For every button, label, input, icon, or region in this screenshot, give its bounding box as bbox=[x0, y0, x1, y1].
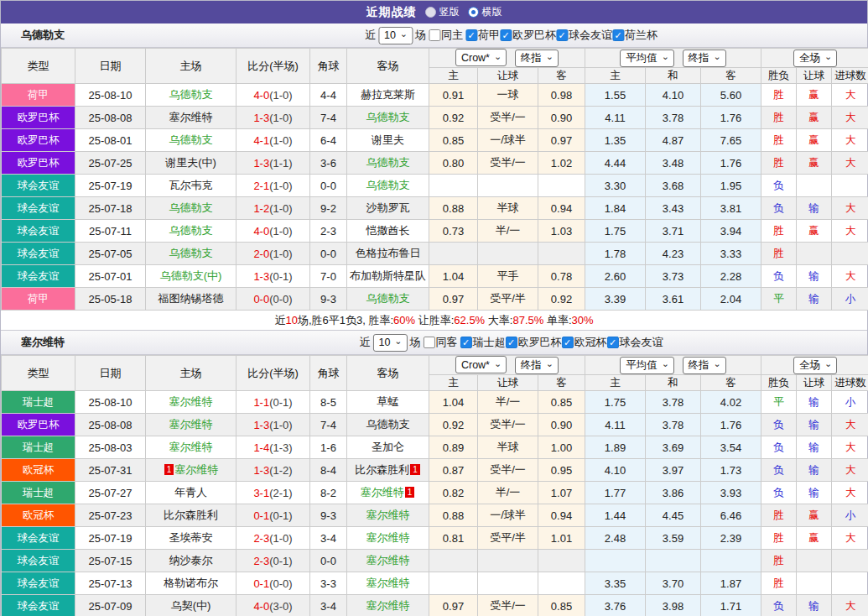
team-link[interactable]: 塞尔维特 bbox=[169, 418, 213, 431]
league-filter[interactable]: ✓欧冠杯 bbox=[562, 335, 607, 350]
team-link[interactable]: 塞尔维特 bbox=[366, 509, 410, 521]
league-filter[interactable]: ✓荷兰杯 bbox=[612, 28, 657, 43]
home-team[interactable]: 瓦尔韦克 bbox=[146, 175, 236, 197]
bookmaker-select[interactable]: Crow*⌄ bbox=[455, 49, 507, 66]
team-link[interactable]: 塞尔维特 bbox=[366, 599, 410, 612]
away-team[interactable]: 乌德勒支 bbox=[347, 414, 429, 436]
team-link[interactable]: 草蜢 bbox=[377, 395, 399, 408]
away-team[interactable]: 塞尔维特 bbox=[347, 504, 429, 527]
team-link[interactable]: 纳沙泰尔 bbox=[169, 554, 213, 566]
home-team[interactable]: 塞尔维特 bbox=[146, 414, 236, 436]
odds-time-select[interactable]: 终指⌄ bbox=[515, 357, 559, 374]
checkbox-icon[interactable]: ✓ bbox=[562, 337, 574, 348]
view-option-vertical[interactable]: 竖版 bbox=[425, 5, 460, 19]
team-link[interactable]: 乌德勒支 bbox=[169, 88, 213, 101]
away-team[interactable]: 草蜢 bbox=[347, 391, 429, 414]
team-link[interactable]: 沙勒罗瓦 bbox=[366, 201, 410, 214]
away-team[interactable]: 色格拉布鲁日 bbox=[347, 243, 429, 265]
home-team[interactable]: 乌契(中) bbox=[146, 595, 236, 616]
team-link[interactable]: 塞尔维特 bbox=[169, 441, 213, 453]
team-link[interactable]: 塞尔维特 bbox=[174, 463, 218, 476]
home-team[interactable]: 格勒诺布尔 bbox=[146, 572, 236, 595]
recent-count-select[interactable]: 10 ⌄ bbox=[378, 27, 413, 44]
away-team[interactable]: 恺撒酋长 bbox=[347, 220, 429, 243]
team-link[interactable]: 年青人 bbox=[174, 486, 207, 499]
checkbox-icon[interactable]: ✓ bbox=[556, 29, 568, 41]
scope-select[interactable]: 全场⌄ bbox=[793, 50, 837, 67]
average-time-select[interactable]: 终指⌄ bbox=[683, 50, 726, 67]
team-link[interactable]: 乌德勒支 bbox=[366, 179, 410, 191]
home-team[interactable]: 圣埃蒂安 bbox=[146, 527, 236, 550]
away-team[interactable]: 比尔森胜利1 bbox=[347, 459, 429, 482]
team-link[interactable]: 乌德勒支 bbox=[366, 111, 410, 123]
radio-selected-icon[interactable] bbox=[468, 7, 479, 18]
league-filter[interactable]: ✓欧罗巴杯 bbox=[506, 335, 562, 350]
away-team[interactable]: 塞尔维特1 bbox=[347, 482, 429, 504]
average-time-select[interactable]: 终指⌄ bbox=[683, 357, 726, 374]
checkbox-icon[interactable]: ✓ bbox=[460, 337, 472, 348]
team-link[interactable]: 色格拉布鲁日 bbox=[356, 247, 421, 259]
checkbox-icon[interactable]: ✓ bbox=[465, 29, 477, 41]
home-team[interactable]: 乌德勒支 bbox=[146, 197, 236, 220]
team-link[interactable]: 塞尔维特 bbox=[361, 486, 404, 499]
same-venue-filter[interactable]: 同客 bbox=[424, 335, 458, 350]
average-select[interactable]: 平均值⌄ bbox=[620, 357, 674, 374]
away-team[interactable]: 塞尔维特 bbox=[347, 595, 429, 616]
league-filter[interactable]: ✓瑞士超 bbox=[460, 335, 506, 350]
home-team[interactable]: 乌德勒支 bbox=[146, 220, 236, 243]
checkbox-icon[interactable]: ✓ bbox=[500, 29, 512, 41]
team-link[interactable]: 圣加仑 bbox=[372, 441, 404, 453]
team-link[interactable]: 乌德勒支 bbox=[366, 418, 410, 431]
team-link[interactable]: 乌德勒支 bbox=[169, 247, 213, 259]
bookmaker-select[interactable]: Crow*⌄ bbox=[455, 356, 507, 373]
team-link[interactable]: 瓦尔韦克 bbox=[169, 179, 213, 191]
team-link[interactable]: 塞尔维特 bbox=[366, 531, 410, 544]
home-team[interactable]: 福图纳锡塔德 bbox=[146, 288, 236, 311]
home-team[interactable]: 年青人 bbox=[146, 482, 236, 504]
radio-icon[interactable] bbox=[425, 7, 436, 18]
home-team[interactable]: 比尔森胜利 bbox=[146, 504, 236, 527]
average-select[interactable]: 平均值⌄ bbox=[620, 50, 674, 67]
team-link[interactable]: 乌德勒支(中) bbox=[160, 269, 222, 282]
team-link[interactable]: 圣埃蒂安 bbox=[169, 531, 213, 544]
home-team[interactable]: 谢里夫(中) bbox=[146, 152, 236, 175]
league-filter[interactable]: ✓球会友谊 bbox=[556, 28, 612, 43]
checkbox-icon[interactable] bbox=[424, 337, 435, 348]
scope-select[interactable]: 全场⌄ bbox=[793, 357, 837, 374]
team-link[interactable]: 乌德勒支 bbox=[169, 201, 213, 214]
checkbox-icon[interactable]: ✓ bbox=[506, 337, 517, 348]
team-link[interactable]: 格勒诺布尔 bbox=[164, 577, 218, 589]
team-link[interactable]: 布加勒斯特星队 bbox=[350, 269, 426, 282]
team-link[interactable]: 塞尔维特 bbox=[169, 395, 213, 408]
team-link[interactable]: 乌德勒支 bbox=[366, 156, 410, 169]
team-link[interactable]: 乌德勒支 bbox=[169, 133, 213, 146]
home-team[interactable]: 塞尔维特 bbox=[146, 107, 236, 129]
odds-time-select[interactable]: 终指⌄ bbox=[515, 50, 559, 67]
home-team[interactable]: 乌德勒支 bbox=[146, 84, 236, 107]
team-link[interactable]: 谢里夫 bbox=[372, 133, 404, 146]
view-option-horizontal[interactable]: 横版 bbox=[468, 5, 502, 19]
away-team[interactable]: 沙勒罗瓦 bbox=[347, 197, 429, 220]
away-team[interactable]: 乌德勒支 bbox=[347, 107, 429, 129]
team-link[interactable]: 塞尔维特 bbox=[366, 554, 410, 566]
league-filter[interactable]: ✓荷甲 bbox=[465, 28, 500, 43]
team-link[interactable]: 乌德勒支 bbox=[366, 292, 410, 305]
checkbox-icon[interactable]: ✓ bbox=[612, 29, 624, 41]
team-link[interactable]: 塞尔维特 bbox=[366, 577, 410, 589]
away-team[interactable]: 塞尔维特 bbox=[347, 527, 429, 550]
league-filter[interactable]: ✓欧罗巴杯 bbox=[500, 28, 556, 43]
away-team[interactable]: 乌德勒支 bbox=[347, 288, 429, 311]
team-link[interactable]: 福图纳锡塔德 bbox=[159, 292, 224, 305]
home-team[interactable]: 乌德勒支 bbox=[146, 243, 236, 265]
team-link[interactable]: 乌德勒支 bbox=[169, 224, 213, 237]
team-link[interactable]: 塞尔维特 bbox=[169, 111, 213, 123]
away-team[interactable]: 赫拉克莱斯 bbox=[347, 84, 429, 107]
team-link[interactable]: 谢里夫(中) bbox=[165, 156, 216, 169]
team-link[interactable]: 比尔森胜利 bbox=[355, 463, 409, 476]
home-team[interactable]: 塞尔维特 bbox=[146, 391, 236, 414]
team-link[interactable]: 乌契(中) bbox=[171, 599, 211, 612]
home-team[interactable]: 1塞尔维特 bbox=[146, 459, 236, 482]
away-team[interactable]: 乌德勒支 bbox=[347, 175, 429, 197]
team-link[interactable]: 恺撒酋长 bbox=[366, 224, 410, 237]
away-team[interactable]: 谢里夫 bbox=[347, 129, 429, 152]
